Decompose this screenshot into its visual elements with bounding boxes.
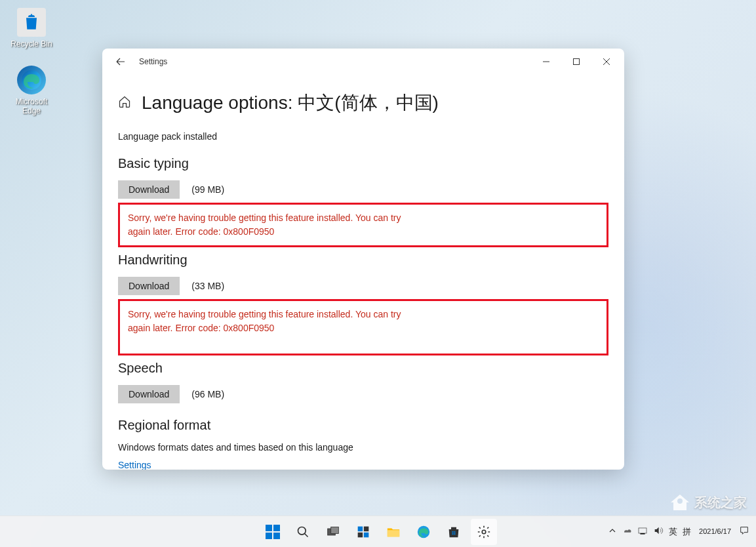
windows-logo-icon xyxy=(266,525,280,539)
desktop-icon-edge[interactable]: Microsoft Edge xyxy=(8,66,55,115)
window-title: Settings xyxy=(139,57,167,66)
taskbar-center xyxy=(260,519,497,545)
file-explorer-button[interactable] xyxy=(380,519,407,545)
handwriting-size: (33 MB) xyxy=(191,281,224,291)
edge-icon xyxy=(17,66,46,94)
window-content: Language options: 中文(简体，中国) Language pac… xyxy=(102,75,624,470)
desktop-icon-label: Microsoft Edge xyxy=(8,97,55,115)
basic-typing-error-box: Sorry, we're having trouble getting this… xyxy=(118,203,608,247)
ime-mode[interactable]: 拼 xyxy=(683,526,691,538)
tray-chevron-icon[interactable] xyxy=(608,527,616,537)
section-speech-title: Speech xyxy=(118,361,608,376)
svg-rect-7 xyxy=(357,532,363,537)
recycle-bin-icon xyxy=(17,8,46,37)
settings-taskbar-button[interactable] xyxy=(471,519,497,545)
speech-size: (96 MB) xyxy=(191,389,224,399)
titlebar[interactable]: Settings xyxy=(102,49,624,75)
handwriting-error-box: Sorry, we're having trouble getting this… xyxy=(118,299,608,355)
svg-rect-10 xyxy=(452,531,453,533)
error-message: Sorry, we're having trouble getting this… xyxy=(128,211,416,239)
download-basic-typing-button[interactable]: Download xyxy=(118,180,180,199)
home-icon[interactable] xyxy=(118,95,131,111)
widgets-button[interactable] xyxy=(350,519,376,545)
svg-rect-4 xyxy=(330,527,338,533)
svg-rect-15 xyxy=(639,528,647,533)
system-tray: 英 拼 2021/6/17 xyxy=(608,525,756,538)
error-message: Sorry, we're having trouble getting this… xyxy=(128,308,416,335)
store-button[interactable] xyxy=(441,519,467,545)
regional-settings-link[interactable]: Settings xyxy=(118,460,151,470)
section-basic-typing-title: Basic typing xyxy=(118,156,608,171)
svg-rect-13 xyxy=(454,533,455,535)
download-handwriting-button[interactable]: Download xyxy=(118,277,180,295)
watermark-house-icon xyxy=(669,493,690,512)
svg-rect-12 xyxy=(452,533,453,535)
svg-rect-6 xyxy=(363,526,368,531)
svg-rect-1 xyxy=(574,59,580,65)
basic-typing-size: (99 MB) xyxy=(191,184,224,195)
search-button[interactable] xyxy=(290,519,316,545)
tray-date: 2021/6/17 xyxy=(699,527,731,536)
start-button[interactable] xyxy=(260,519,286,545)
desktop-icon-label: Recycle Bin xyxy=(8,39,55,49)
input-indicator-icon[interactable] xyxy=(637,525,648,538)
desktop-icon-recycle-bin[interactable]: Recycle Bin xyxy=(8,8,55,49)
watermark: 系统之家 xyxy=(669,493,747,512)
tray-clock[interactable]: 2021/6/17 xyxy=(699,527,731,536)
task-view-button[interactable] xyxy=(320,519,346,545)
svg-point-2 xyxy=(298,527,306,535)
taskbar: 英 拼 2021/6/17 xyxy=(0,516,756,547)
back-button[interactable] xyxy=(110,51,131,72)
language-pack-status: Language pack installed xyxy=(118,131,608,142)
section-regional-title: Regional format xyxy=(118,418,608,433)
window-controls xyxy=(531,51,622,72)
svg-point-14 xyxy=(482,530,486,534)
ime-lang[interactable]: 英 xyxy=(669,526,677,538)
notifications-icon[interactable] xyxy=(739,525,749,538)
settings-window: Settings Language options: 中文(简体，中国) Lan… xyxy=(102,49,624,470)
maximize-button[interactable] xyxy=(561,51,591,72)
download-speech-button[interactable]: Download xyxy=(118,385,180,403)
volume-icon[interactable] xyxy=(653,525,664,538)
regional-description: Windows formats dates and times based on… xyxy=(118,442,608,453)
onedrive-icon[interactable] xyxy=(622,525,632,538)
edge-taskbar-button[interactable] xyxy=(410,519,437,545)
svg-rect-8 xyxy=(363,532,368,537)
svg-rect-5 xyxy=(357,526,363,531)
section-handwriting-title: Handwriting xyxy=(118,253,608,268)
close-button[interactable] xyxy=(591,51,622,72)
minimize-button[interactable] xyxy=(531,51,561,72)
page-title: Language options: 中文(简体，中国) xyxy=(142,91,439,115)
svg-rect-11 xyxy=(454,531,455,533)
